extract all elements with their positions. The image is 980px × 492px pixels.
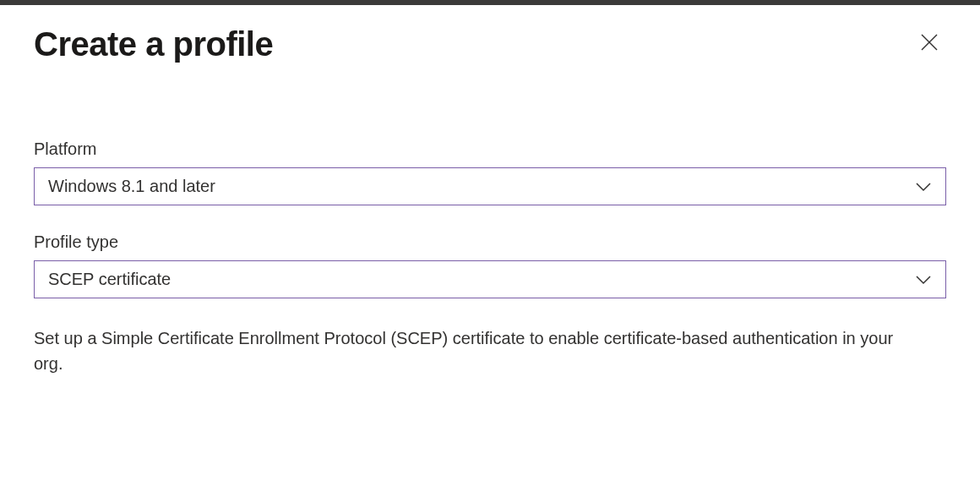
profile-type-dropdown[interactable]: SCEP certificate xyxy=(34,260,946,298)
content-area: Create a profile Platform Windows 8.1 an… xyxy=(0,5,980,396)
chevron-down-icon xyxy=(915,270,932,289)
platform-dropdown[interactable]: Windows 8.1 and later xyxy=(34,167,946,205)
profile-type-dropdown-value: SCEP certificate xyxy=(48,270,915,289)
platform-dropdown-value: Windows 8.1 and later xyxy=(48,177,915,196)
page-title: Create a profile xyxy=(34,25,273,63)
profile-type-field-group: Profile type SCEP certificate xyxy=(34,232,946,298)
header: Create a profile xyxy=(34,25,946,63)
platform-label: Platform xyxy=(34,139,946,159)
platform-field-group: Platform Windows 8.1 and later xyxy=(34,139,946,205)
profile-description: Set up a Simple Certificate Enrollment P… xyxy=(34,325,896,376)
close-icon xyxy=(919,32,939,55)
chevron-down-icon xyxy=(915,177,932,196)
profile-type-label: Profile type xyxy=(34,232,946,252)
close-button[interactable] xyxy=(912,25,946,62)
